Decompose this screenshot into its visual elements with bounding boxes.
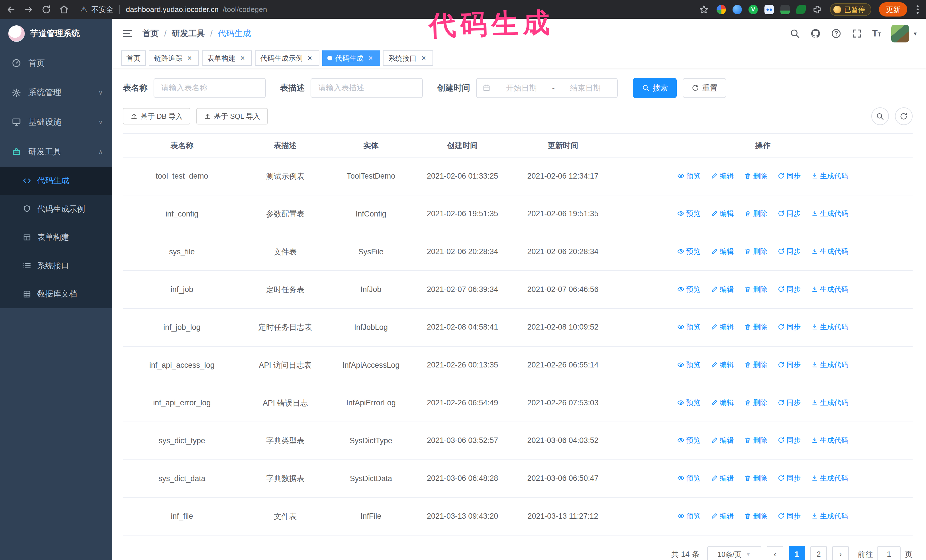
preview-link[interactable]: 预览: [677, 511, 701, 521]
edit-link[interactable]: 编辑: [711, 511, 734, 521]
next-page-button[interactable]: ›: [832, 546, 849, 560]
close-icon[interactable]: ×: [306, 54, 314, 62]
delete-link[interactable]: 删除: [744, 209, 767, 218]
preview-link[interactable]: 预览: [677, 473, 701, 483]
page-number-button[interactable]: 1: [789, 546, 805, 560]
preview-link[interactable]: 预览: [677, 398, 701, 408]
sidebar-item-infra[interactable]: 基础设施 ∨: [0, 107, 112, 137]
sidebar-item-form-builder[interactable]: 表单构建: [0, 223, 112, 252]
sidebar-item-codegen-example[interactable]: 代码生成示例: [0, 195, 112, 223]
toggle-search-button[interactable]: [871, 107, 889, 125]
edit-link[interactable]: 编辑: [711, 398, 734, 408]
breadcrumb-home[interactable]: 首页: [142, 28, 159, 39]
close-icon[interactable]: ×: [239, 54, 247, 62]
generate-code-link[interactable]: 生成代码: [811, 322, 849, 332]
edit-link[interactable]: 编辑: [711, 171, 734, 181]
tab[interactable]: 链路追踪 ×: [149, 50, 199, 66]
delete-link[interactable]: 删除: [744, 511, 767, 521]
preview-link[interactable]: 预览: [677, 247, 701, 256]
generate-code-link[interactable]: 生成代码: [811, 247, 849, 256]
sync-link[interactable]: 同步: [778, 398, 800, 408]
import-sql-button[interactable]: 基于 SQL 导入: [196, 108, 268, 124]
extension-blue-drop-icon[interactable]: [732, 5, 742, 14]
edit-link[interactable]: 编辑: [711, 322, 734, 332]
generate-code-link[interactable]: 生成代码: [811, 209, 849, 218]
delete-link[interactable]: 删除: [744, 398, 767, 408]
extension-colorwheel-icon[interactable]: [717, 5, 726, 14]
tab[interactable]: 代码生成示例 ×: [255, 50, 319, 66]
generate-code-link[interactable]: 生成代码: [811, 285, 849, 294]
sidebar-item-devtools[interactable]: 研发工具 ∧: [0, 137, 112, 167]
back-icon[interactable]: [6, 5, 16, 15]
delete-link[interactable]: 删除: [744, 285, 767, 294]
github-icon[interactable]: [810, 28, 821, 39]
goto-page-input[interactable]: [877, 546, 901, 560]
preview-link[interactable]: 预览: [677, 209, 701, 218]
generate-code-link[interactable]: 生成代码: [811, 473, 849, 483]
extension-leaf-icon[interactable]: [796, 5, 806, 14]
generate-code-link[interactable]: 生成代码: [811, 511, 849, 521]
generate-code-link[interactable]: 生成代码: [811, 436, 849, 445]
preview-link[interactable]: 预览: [677, 285, 701, 294]
import-db-button[interactable]: 基于 DB 导入: [123, 108, 190, 124]
delete-link[interactable]: 删除: [744, 171, 767, 181]
avatar-caret-icon[interactable]: ▾: [914, 30, 917, 37]
close-icon[interactable]: ×: [420, 54, 428, 62]
close-icon[interactable]: ×: [186, 54, 194, 62]
breadcrumb-devtools[interactable]: 研发工具: [172, 28, 205, 39]
tab[interactable]: 代码生成 ×: [322, 50, 380, 66]
preview-link[interactable]: 预览: [677, 322, 701, 332]
sync-link[interactable]: 同步: [778, 247, 800, 256]
sidebar-collapse-icon[interactable]: [122, 28, 133, 39]
reload-icon[interactable]: [41, 5, 51, 15]
sidebar-item-api[interactable]: 系统接口: [0, 252, 112, 280]
paused-badge[interactable]: 已暂停: [830, 3, 871, 16]
sync-link[interactable]: 同步: [778, 436, 800, 445]
table-desc-input[interactable]: [310, 78, 423, 98]
extension-green-v-icon[interactable]: V: [749, 5, 758, 14]
generate-code-link[interactable]: 生成代码: [811, 398, 849, 408]
table-name-input[interactable]: [154, 78, 266, 98]
browser-menu-icon[interactable]: [915, 3, 920, 15]
delete-link[interactable]: 删除: [744, 473, 767, 483]
fullscreen-icon[interactable]: [852, 28, 862, 39]
sync-link[interactable]: 同步: [778, 473, 800, 483]
delete-link[interactable]: 删除: [744, 322, 767, 332]
edit-link[interactable]: 编辑: [711, 285, 734, 294]
date-range-picker[interactable]: 开始日期 - 结束日期: [476, 78, 618, 98]
sidebar-item-codegen[interactable]: 代码生成: [0, 167, 112, 195]
extension-dark-icon[interactable]: [781, 5, 790, 14]
page-size-select[interactable]: 10条/页 ▼: [707, 546, 762, 560]
tab[interactable]: 系统接口 ×: [383, 50, 433, 66]
sync-link[interactable]: 同步: [778, 209, 800, 218]
sync-link[interactable]: 同步: [778, 171, 800, 181]
sidebar-item-system[interactable]: 系统管理 ∨: [0, 78, 112, 108]
extension-people-icon[interactable]: ●●: [764, 5, 774, 14]
bookmark-star-icon[interactable]: [699, 5, 709, 15]
prev-page-button[interactable]: ‹: [767, 546, 783, 560]
generate-code-link[interactable]: 生成代码: [811, 360, 849, 370]
close-icon[interactable]: ×: [366, 54, 375, 62]
refresh-table-button[interactable]: [895, 107, 912, 125]
tab[interactable]: 首页: [121, 50, 146, 66]
user-avatar[interactable]: [891, 25, 909, 42]
page-number-button[interactable]: 2: [810, 546, 827, 560]
puzzle-icon[interactable]: [812, 5, 822, 15]
sync-link[interactable]: 同步: [778, 511, 800, 521]
sidebar-item-home[interactable]: 首页: [0, 48, 112, 78]
sidebar-item-db-doc[interactable]: 数据库文档: [0, 280, 112, 308]
forward-icon[interactable]: [24, 5, 33, 15]
search-icon[interactable]: [790, 28, 800, 39]
update-button[interactable]: 更新: [879, 2, 907, 17]
sync-link[interactable]: 同步: [778, 285, 800, 294]
sync-link[interactable]: 同步: [778, 360, 800, 370]
address-bar[interactable]: ⚠ 不安全 dashboard.yudao.iocoder.cn/tool/co…: [80, 5, 267, 15]
search-button[interactable]: 搜索: [633, 78, 677, 98]
preview-link[interactable]: 预览: [677, 171, 701, 181]
reset-button[interactable]: 重置: [683, 78, 726, 98]
delete-link[interactable]: 删除: [744, 360, 767, 370]
edit-link[interactable]: 编辑: [711, 436, 734, 445]
help-icon[interactable]: [831, 28, 841, 39]
edit-link[interactable]: 编辑: [711, 247, 734, 256]
home-nav-icon[interactable]: [59, 5, 69, 15]
